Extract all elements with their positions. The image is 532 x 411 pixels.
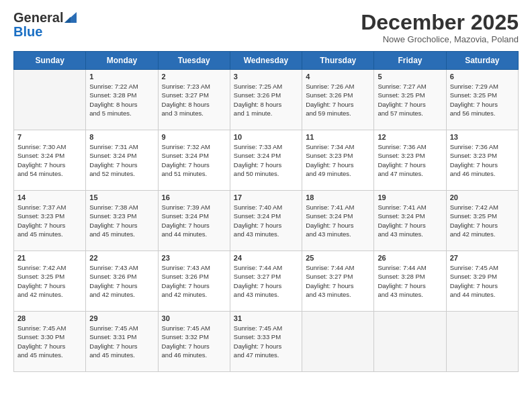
calendar-cell: 28Sunrise: 7:45 AM Sunset: 3:30 PM Dayli…	[14, 312, 86, 372]
day-number: 25	[306, 254, 370, 262]
day-number: 28	[17, 314, 82, 322]
day-number: 15	[89, 193, 154, 201]
day-number: 23	[162, 254, 226, 262]
day-of-week-sunday: Sunday	[14, 52, 86, 70]
day-info: Sunrise: 7:34 AM Sunset: 3:23 PM Dayligh…	[306, 142, 370, 178]
day-number: 22	[89, 254, 154, 262]
day-number: 12	[378, 133, 442, 141]
calendar-cell: 2Sunrise: 7:23 AM Sunset: 3:27 PM Daylig…	[158, 70, 230, 130]
calendar-cell: 14Sunrise: 7:37 AM Sunset: 3:23 PM Dayli…	[14, 191, 86, 251]
logo-general-text: General	[13, 11, 63, 24]
day-info: Sunrise: 7:38 AM Sunset: 3:23 PM Dayligh…	[89, 203, 154, 238]
day-info: Sunrise: 7:45 AM Sunset: 3:31 PM Dayligh…	[89, 324, 154, 359]
calendar-cell	[446, 312, 518, 372]
calendar-cell: 20Sunrise: 7:42 AM Sunset: 3:25 PM Dayli…	[446, 191, 518, 251]
month-title: December 2025	[361, 11, 519, 34]
day-number: 30	[162, 314, 226, 322]
day-info: Sunrise: 7:44 AM Sunset: 3:27 PM Dayligh…	[234, 263, 298, 299]
day-number: 8	[89, 133, 154, 141]
day-info: Sunrise: 7:25 AM Sunset: 3:26 PM Dayligh…	[234, 82, 298, 118]
calendar-cell: 8Sunrise: 7:31 AM Sunset: 3:24 PM Daylig…	[86, 130, 158, 191]
day-info: Sunrise: 7:40 AM Sunset: 3:24 PM Dayligh…	[234, 203, 298, 238]
day-info: Sunrise: 7:27 AM Sunset: 3:25 PM Dayligh…	[378, 82, 442, 118]
calendar-cell: 31Sunrise: 7:45 AM Sunset: 3:33 PM Dayli…	[230, 312, 302, 372]
logo-icon	[64, 12, 77, 23]
day-info: Sunrise: 7:43 AM Sunset: 3:26 PM Dayligh…	[162, 263, 226, 299]
day-number: 26	[378, 254, 442, 262]
week-row-5: 28Sunrise: 7:45 AM Sunset: 3:30 PM Dayli…	[14, 312, 519, 372]
day-info: Sunrise: 7:36 AM Sunset: 3:23 PM Dayligh…	[450, 142, 515, 178]
calendar-cell	[302, 312, 374, 372]
day-info: Sunrise: 7:22 AM Sunset: 3:28 PM Dayligh…	[89, 82, 154, 118]
day-info: Sunrise: 7:45 AM Sunset: 3:29 PM Dayligh…	[450, 263, 515, 299]
day-info: Sunrise: 7:26 AM Sunset: 3:26 PM Dayligh…	[306, 82, 370, 118]
week-row-4: 21Sunrise: 7:42 AM Sunset: 3:25 PM Dayli…	[14, 251, 519, 312]
day-info: Sunrise: 7:45 AM Sunset: 3:32 PM Dayligh…	[162, 324, 226, 359]
day-info: Sunrise: 7:36 AM Sunset: 3:23 PM Dayligh…	[378, 142, 442, 178]
calendar-cell: 3Sunrise: 7:25 AM Sunset: 3:26 PM Daylig…	[230, 70, 302, 130]
calendar-cell: 29Sunrise: 7:45 AM Sunset: 3:31 PM Dayli…	[86, 312, 158, 372]
day-info: Sunrise: 7:41 AM Sunset: 3:24 PM Dayligh…	[306, 203, 370, 238]
calendar-cell: 25Sunrise: 7:44 AM Sunset: 3:27 PM Dayli…	[302, 251, 374, 312]
calendar-cell: 23Sunrise: 7:43 AM Sunset: 3:26 PM Dayli…	[158, 251, 230, 312]
day-number: 21	[17, 254, 82, 262]
day-number: 9	[162, 133, 226, 141]
day-info: Sunrise: 7:44 AM Sunset: 3:28 PM Dayligh…	[378, 263, 442, 299]
day-number: 19	[378, 193, 442, 201]
calendar-cell: 17Sunrise: 7:40 AM Sunset: 3:24 PM Dayli…	[230, 191, 302, 251]
calendar-cell: 12Sunrise: 7:36 AM Sunset: 3:23 PM Dayli…	[374, 130, 446, 191]
calendar-cell: 27Sunrise: 7:45 AM Sunset: 3:29 PM Dayli…	[446, 251, 518, 312]
day-info: Sunrise: 7:45 AM Sunset: 3:30 PM Dayligh…	[17, 324, 82, 359]
day-number: 5	[378, 73, 442, 81]
day-info: Sunrise: 7:43 AM Sunset: 3:26 PM Dayligh…	[89, 263, 154, 299]
calendar-cell: 6Sunrise: 7:29 AM Sunset: 3:25 PM Daylig…	[446, 70, 518, 130]
svg-marker-1	[64, 17, 71, 23]
day-number: 4	[306, 73, 370, 81]
day-info: Sunrise: 7:32 AM Sunset: 3:24 PM Dayligh…	[162, 142, 226, 178]
calendar-cell: 4Sunrise: 7:26 AM Sunset: 3:26 PM Daylig…	[302, 70, 374, 130]
calendar-cell	[374, 312, 446, 372]
calendar-cell	[14, 70, 86, 130]
day-number: 31	[234, 314, 298, 322]
logo: General Blue	[13, 11, 77, 40]
calendar-cell: 15Sunrise: 7:38 AM Sunset: 3:23 PM Dayli…	[86, 191, 158, 251]
calendar-cell: 22Sunrise: 7:43 AM Sunset: 3:26 PM Dayli…	[86, 251, 158, 312]
calendar-cell: 5Sunrise: 7:27 AM Sunset: 3:25 PM Daylig…	[374, 70, 446, 130]
day-of-week-saturday: Saturday	[446, 52, 518, 70]
day-number: 17	[234, 193, 298, 201]
day-number: 3	[234, 73, 298, 81]
day-info: Sunrise: 7:37 AM Sunset: 3:23 PM Dayligh…	[17, 203, 82, 238]
days-of-week-row: SundayMondayTuesdayWednesdayThursdayFrid…	[14, 52, 519, 70]
day-of-week-monday: Monday	[86, 52, 158, 70]
day-of-week-wednesday: Wednesday	[230, 52, 302, 70]
title-block: December 2025 Nowe Grocholice, Mazovia, …	[361, 11, 519, 44]
day-number: 2	[162, 73, 226, 81]
location-subtitle: Nowe Grocholice, Mazovia, Poland	[361, 34, 519, 44]
day-info: Sunrise: 7:42 AM Sunset: 3:25 PM Dayligh…	[17, 263, 82, 299]
day-of-week-friday: Friday	[374, 52, 446, 70]
day-of-week-thursday: Thursday	[302, 52, 374, 70]
day-number: 6	[450, 73, 515, 81]
calendar-cell: 9Sunrise: 7:32 AM Sunset: 3:24 PM Daylig…	[158, 130, 230, 191]
calendar-cell: 7Sunrise: 7:30 AM Sunset: 3:24 PM Daylig…	[14, 130, 86, 191]
day-number: 13	[450, 133, 515, 141]
day-number: 14	[17, 193, 82, 201]
calendar-cell: 26Sunrise: 7:44 AM Sunset: 3:28 PM Dayli…	[374, 251, 446, 312]
day-number: 24	[234, 254, 298, 262]
calendar-cell: 24Sunrise: 7:44 AM Sunset: 3:27 PM Dayli…	[230, 251, 302, 312]
day-info: Sunrise: 7:39 AM Sunset: 3:24 PM Dayligh…	[162, 203, 226, 238]
calendar-cell: 21Sunrise: 7:42 AM Sunset: 3:25 PM Dayli…	[14, 251, 86, 312]
calendar-cell: 10Sunrise: 7:33 AM Sunset: 3:24 PM Dayli…	[230, 130, 302, 191]
calendar-cell: 16Sunrise: 7:39 AM Sunset: 3:24 PM Dayli…	[158, 191, 230, 251]
day-number: 29	[89, 314, 154, 322]
calendar-cell: 30Sunrise: 7:45 AM Sunset: 3:32 PM Dayli…	[158, 312, 230, 372]
day-number: 7	[17, 133, 82, 141]
calendar-body: 1Sunrise: 7:22 AM Sunset: 3:28 PM Daylig…	[14, 70, 519, 372]
day-number: 11	[306, 133, 370, 141]
calendar-cell: 11Sunrise: 7:34 AM Sunset: 3:23 PM Dayli…	[302, 130, 374, 191]
day-info: Sunrise: 7:31 AM Sunset: 3:24 PM Dayligh…	[89, 142, 154, 178]
calendar-table: SundayMondayTuesdayWednesdayThursdayFrid…	[13, 51, 519, 372]
day-info: Sunrise: 7:44 AM Sunset: 3:27 PM Dayligh…	[306, 263, 370, 299]
day-info: Sunrise: 7:30 AM Sunset: 3:24 PM Dayligh…	[17, 142, 82, 178]
day-info: Sunrise: 7:33 AM Sunset: 3:24 PM Dayligh…	[234, 142, 298, 178]
